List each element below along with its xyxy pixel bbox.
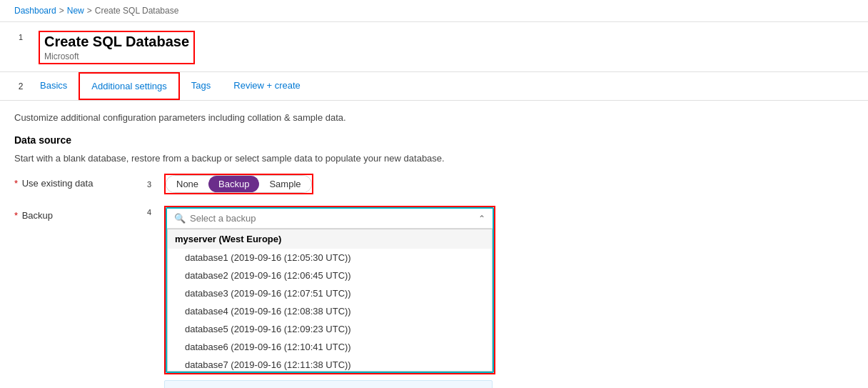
page-number-label: 1 xyxy=(14,31,27,44)
data-source-description: Start with a blank database, restore fro… xyxy=(14,153,628,164)
search-icon: 🔍 xyxy=(174,213,186,224)
breadcrumb-current: Create SQL Database xyxy=(95,6,179,16)
option-backup[interactable]: Backup xyxy=(208,176,259,192)
page-header: 1 Create SQL Database Microsoft xyxy=(0,22,868,72)
backup-item-1[interactable]: database2 (2019-09-16 (12:06:45 UTC)) xyxy=(168,267,492,284)
option-sample[interactable]: Sample xyxy=(259,176,311,192)
backup-number: 4 xyxy=(143,206,156,219)
backup-item-6[interactable]: database7 (2019-09-16 (12:11:38 UTC)) xyxy=(168,356,492,372)
use-existing-data-row: * Use existing data 3 None Backup Sample xyxy=(14,174,628,194)
backup-item-4[interactable]: database5 (2019-09-16 (12:09:23 UTC)) xyxy=(168,320,492,338)
tab-additional-settings[interactable]: Additional settings xyxy=(79,72,180,100)
data-source-title: Data source xyxy=(14,134,628,146)
backup-item-2[interactable]: database3 (2019-09-16 (12:07:51 UTC)) xyxy=(168,284,492,302)
breadcrumb-dashboard[interactable]: Dashboard xyxy=(14,6,56,16)
backup-content: 4 🔍 ⌃ myserver (West Europe) database1 ( xyxy=(143,206,628,388)
main-content: Customize additional configuration param… xyxy=(0,101,642,388)
tab-wrapper-tags: Tags xyxy=(180,73,222,99)
tab-basics[interactable]: Basics xyxy=(29,73,79,99)
backup-item-3[interactable]: database4 (2019-09-16 (12:08:38 UTC)) xyxy=(168,302,492,320)
breadcrumb: Dashboard > New > Create SQL Database xyxy=(0,0,868,22)
tab-review-create[interactable]: Review + create xyxy=(222,73,312,99)
backup-item-5[interactable]: database6 (2019-09-16 (12:10:41 UTC)) xyxy=(168,338,492,356)
option-none[interactable]: None xyxy=(166,176,208,192)
page-title-wrapper: Create SQL Database Microsoft xyxy=(39,31,195,64)
backup-dropdown: 🔍 ⌃ myserver (West Europe) database1 (20… xyxy=(166,207,494,373)
tabs-bar: 2 Basics Additional settings Tags Review… xyxy=(0,72,868,101)
data-source-button-group: None Backup Sample xyxy=(166,175,312,193)
backup-row: * Backup 4 🔍 ⌃ myserver ( xyxy=(14,206,628,388)
page-title: Create SQL Database xyxy=(44,34,189,50)
page-subtitle: Microsoft xyxy=(44,51,189,61)
backup-search-bar: 🔍 ⌃ xyxy=(167,209,493,229)
tabs-number-label: 2 xyxy=(14,80,27,93)
info-box: ℹ You can also restore a database to a p… xyxy=(164,380,493,388)
breadcrumb-new[interactable]: New xyxy=(67,6,84,16)
tab-tags[interactable]: Tags xyxy=(180,73,222,99)
chevron-up-icon[interactable]: ⌃ xyxy=(478,214,485,224)
tab-wrapper-review: Review + create xyxy=(222,73,312,99)
backup-search-input[interactable] xyxy=(190,213,474,224)
backup-server-label: myserver (West Europe) xyxy=(168,229,492,249)
use-existing-number: 3 xyxy=(143,178,156,191)
tab-wrapper-additional: Additional settings xyxy=(79,72,180,100)
use-existing-data-content: 3 None Backup Sample xyxy=(143,174,628,194)
backup-list[interactable]: myserver (West Europe) database1 (2019-0… xyxy=(167,229,493,372)
use-existing-data-annotation: None Backup Sample xyxy=(164,174,313,194)
backup-dropdown-annotation: 🔍 ⌃ myserver (West Europe) database1 (20… xyxy=(164,206,495,374)
backup-label: * Backup xyxy=(14,206,143,221)
use-existing-data-label: * Use existing data xyxy=(14,174,143,189)
page-description: Customize additional configuration param… xyxy=(14,112,628,123)
tab-wrapper-basics: Basics xyxy=(29,73,79,99)
backup-item-0[interactable]: database1 (2019-09-16 (12:05:30 UTC)) xyxy=(168,249,492,267)
